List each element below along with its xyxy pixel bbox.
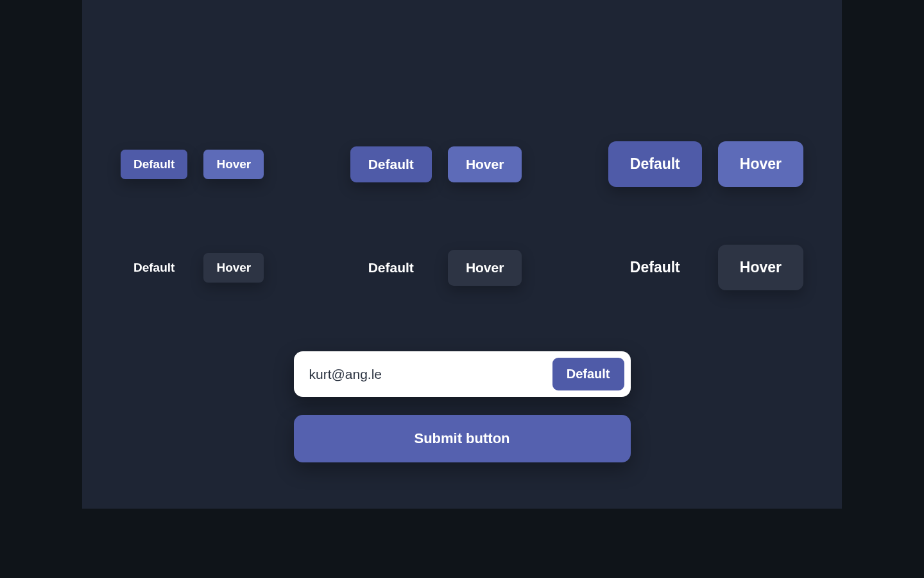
design-canvas: Default Hover Default Hover Default Hove…	[82, 0, 842, 509]
primary-md-default-button[interactable]: Default	[350, 146, 432, 182]
ghost-md-default-button[interactable]: Default	[350, 250, 432, 286]
ghost-sm-hover-button[interactable]: Hover	[203, 253, 264, 283]
ghost-md-pair: Default Hover	[350, 250, 522, 286]
submit-button[interactable]: Submit button	[294, 415, 631, 462]
primary-lg-default-button[interactable]: Default	[608, 141, 702, 187]
ghost-md-hover-button[interactable]: Hover	[448, 250, 522, 286]
ghost-button-row: Default Hover Default Hover Default Hove…	[121, 245, 803, 290]
ghost-lg-default-button[interactable]: Default	[608, 245, 702, 290]
primary-button-row: Default Hover Default Hover Default Hove…	[121, 141, 803, 187]
form-section: Default Submit button	[294, 351, 631, 462]
input-action-button[interactable]: Default	[552, 358, 624, 390]
email-field[interactable]	[309, 367, 552, 382]
ghost-sm-default-button[interactable]: Default	[121, 253, 187, 283]
primary-sm-default-button[interactable]: Default	[121, 150, 187, 179]
primary-md-pair: Default Hover	[350, 146, 522, 182]
primary-lg-hover-button[interactable]: Hover	[718, 141, 803, 187]
button-showcase-grid: Default Hover Default Hover Default Hove…	[82, 141, 842, 290]
ghost-lg-pair: Default Hover	[608, 245, 803, 290]
ghost-lg-hover-button[interactable]: Hover	[718, 245, 803, 290]
email-input-group: Default	[294, 351, 631, 397]
primary-sm-pair: Default Hover	[121, 150, 264, 179]
ghost-sm-pair: Default Hover	[121, 253, 264, 283]
primary-sm-hover-button[interactable]: Hover	[203, 150, 264, 179]
primary-md-hover-button[interactable]: Hover	[448, 146, 522, 182]
primary-lg-pair: Default Hover	[608, 141, 803, 187]
